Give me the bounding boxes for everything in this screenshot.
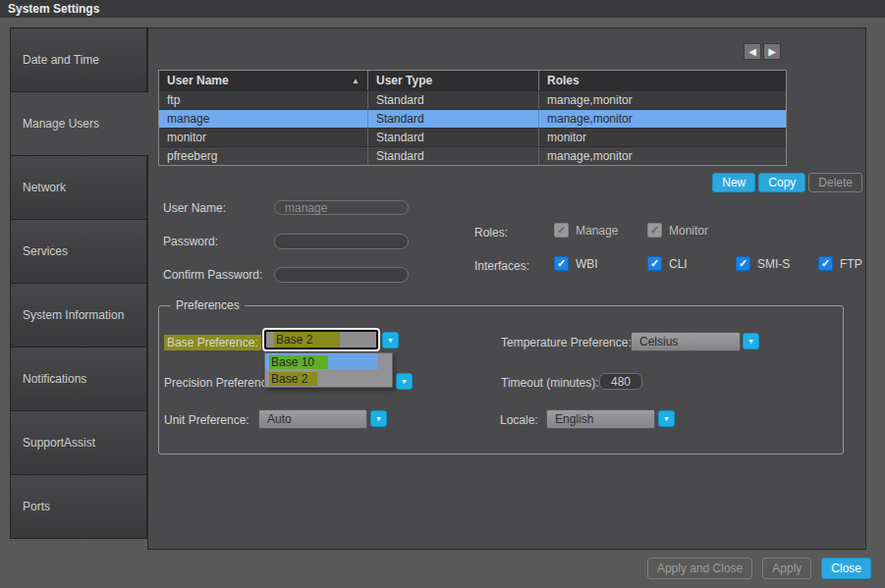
timeout-value: 480 (611, 375, 631, 389)
dialog-footer: Apply and Close Apply Close (0, 550, 885, 588)
preferences-legend: Preferences (171, 298, 245, 312)
user-name-value: manage (285, 201, 327, 215)
user-name-field[interactable]: manage (274, 200, 409, 215)
copy-button[interactable]: Copy (758, 173, 805, 192)
column-header-user-name[interactable]: User Name ▲ (159, 71, 368, 90)
checkbox-label: WBI (576, 257, 598, 271)
cell-user-name: pfreeberg (159, 147, 368, 165)
base-preference-value: Base 2 (274, 332, 340, 347)
locale-select[interactable]: English (546, 409, 655, 429)
confirm-password-row: Confirm Password: (163, 267, 409, 283)
dropdown-option-base-10[interactable]: Base 10 (265, 353, 392, 370)
interfaces-label: Interfaces: (474, 259, 529, 273)
sidebar-item-manage-users[interactable]: Manage Users (10, 91, 149, 156)
dropdown-option-label: Base 10 (269, 355, 328, 369)
sidebar-item-notifications[interactable]: Notifications (10, 347, 147, 411)
sidebar-item-label: System Information (23, 308, 124, 322)
back-arrow-icon: ◀ (748, 46, 756, 57)
sidebar-item-services[interactable]: Services (10, 219, 147, 284)
close-button[interactable]: Close (821, 558, 871, 579)
password-row: Password: (163, 234, 409, 249)
sidebar-item-label: Notifications (23, 372, 86, 386)
table-page-forward-button[interactable]: ▶ (763, 43, 781, 60)
apply-and-close-button[interactable]: Apply and Close (647, 558, 752, 579)
unit-preference-dropdown-button[interactable]: ▼ (370, 410, 387, 427)
checkbox-checked-icon: ✓ (647, 256, 662, 271)
confirm-password-label: Confirm Password: (163, 268, 274, 282)
locale-dropdown-button[interactable]: ▼ (658, 410, 675, 427)
column-header-label: User Type (376, 74, 432, 87)
sidebar-item-system-information[interactable]: System Information (10, 283, 147, 347)
sidebar-item-ports[interactable]: Ports (10, 474, 147, 539)
timeout-label: Timeout (minutes): (501, 376, 599, 390)
copy-button-label: Copy (768, 176, 796, 189)
apply-button[interactable]: Apply (762, 558, 811, 579)
checkbox-manage[interactable]: ✓ Manage (554, 223, 618, 238)
checkbox-label: Manage (576, 224, 618, 238)
checkbox-smi-s[interactable]: ✓ SMI-S (736, 256, 790, 271)
base-preference-select[interactable]: Base 2 (264, 330, 378, 349)
preferences-fieldset: Preferences Base Preference: Base 2 ▼ Te… (158, 305, 844, 454)
checkbox-ftp[interactable]: ✓ FTP (818, 256, 862, 271)
user-name-label: User Name: (163, 201, 274, 215)
sidebar-item-network[interactable]: Network (10, 155, 147, 220)
base-preference-label: Base Preference: (164, 336, 261, 349)
unit-preference-select[interactable]: Auto (258, 409, 367, 429)
checkbox-wbi[interactable]: ✓ WBI (554, 256, 598, 271)
timeout-field[interactable]: 480 (599, 373, 642, 390)
confirm-password-field[interactable] (274, 267, 409, 283)
sidebar-item-label: Services (23, 244, 68, 258)
cell-user-name: manage (159, 110, 368, 128)
table-actions: New Copy Delete (148, 173, 862, 192)
delete-button[interactable]: Delete (808, 173, 862, 192)
new-button[interactable]: New (712, 173, 755, 192)
apply-and-close-label: Apply and Close (657, 561, 743, 575)
checkbox-label: CLI (669, 257, 688, 271)
sidebar-item-label: Ports (23, 500, 50, 513)
window-title: System Settings (8, 2, 99, 16)
column-header-roles[interactable]: Roles (539, 71, 786, 90)
table-row-manage[interactable]: manage Standard manage,monitor (159, 109, 786, 128)
new-button-label: New (722, 176, 746, 189)
highlight-annotation: Base Preference: (164, 335, 261, 350)
sidebar-item-supportassist[interactable]: SupportAssist (10, 410, 147, 475)
table-page-back-button[interactable]: ◀ (744, 43, 761, 60)
dropdown-option-base-2[interactable]: Base 2 (265, 370, 392, 387)
checkbox-cli[interactable]: ✓ CLI (647, 256, 688, 271)
locale-value: English (555, 412, 593, 426)
table-row-pfreeberg[interactable]: pfreeberg Standard manage,monitor (159, 146, 786, 165)
chevron-down-icon: ▼ (401, 378, 408, 385)
delete-button-label: Delete (818, 176, 853, 189)
precision-preference-dropdown-button[interactable]: ▼ (396, 373, 413, 390)
base-preference-dropdown-list: Base 10 Base 2 (264, 352, 393, 388)
precision-preference-label: Precision Preference: (164, 376, 277, 390)
checkbox-checked-icon: ✓ (554, 256, 569, 271)
checkbox-label: SMI-S (757, 257, 790, 271)
temperature-preference-value: Celsius (639, 335, 678, 348)
checkbox-checked-disabled-icon: ✓ (554, 223, 569, 238)
cell-roles: manage,monitor (539, 91, 786, 109)
manage-users-panel: ◀ ▶ User Name ▲ User Type Roles ftp Stan… (147, 27, 866, 550)
users-table-header: User Name ▲ User Type Roles (159, 71, 786, 90)
cell-user-name: ftp (159, 91, 368, 109)
cell-user-name: monitor (159, 129, 368, 146)
checkbox-monitor[interactable]: ✓ Monitor (647, 223, 708, 238)
table-row-monitor[interactable]: monitor Standard monitor (159, 128, 786, 146)
column-header-user-type[interactable]: User Type (368, 71, 539, 90)
sidebar-item-date-and-time[interactable]: Date and Time (10, 27, 147, 92)
password-field[interactable] (274, 234, 409, 249)
cell-roles: manage,monitor (539, 147, 786, 165)
cell-roles: monitor (539, 129, 786, 146)
sidebar-item-label: SupportAssist (23, 436, 95, 450)
unit-preference-value: Auto (267, 412, 292, 426)
chevron-down-icon: ▼ (663, 415, 670, 422)
temperature-preference-dropdown-button[interactable]: ▼ (743, 333, 759, 349)
temperature-preference-select[interactable]: Celsius (631, 332, 741, 351)
cell-user-type: Standard (368, 91, 539, 109)
base-preference-dropdown-button[interactable]: ▼ (382, 332, 399, 348)
chevron-down-icon: ▼ (387, 337, 394, 344)
table-row-ftp[interactable]: ftp Standard manage,monitor (159, 90, 786, 109)
cell-user-type: Standard (368, 129, 539, 146)
roles-label: Roles: (474, 226, 508, 240)
chevron-down-icon: ▼ (375, 415, 382, 422)
